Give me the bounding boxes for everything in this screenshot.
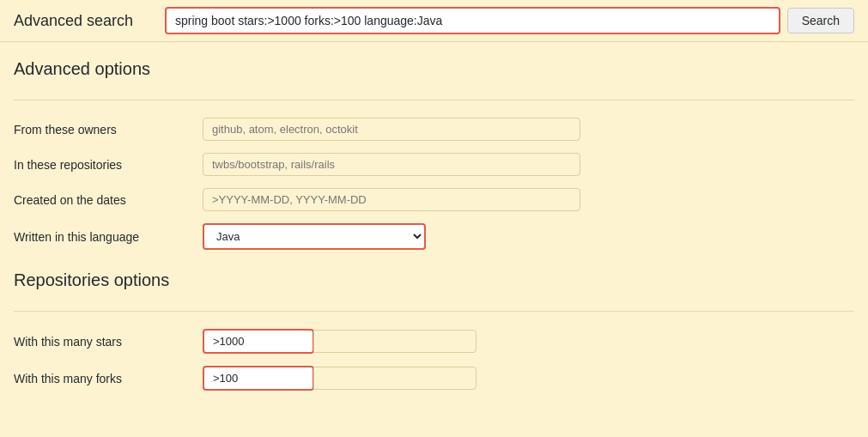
search-bar-container: Search [165, 7, 854, 34]
dates-input[interactable] [203, 188, 580, 211]
forks-input-right[interactable] [313, 367, 476, 390]
stars-input-group [203, 329, 476, 354]
main-search-input[interactable] [165, 7, 780, 34]
owners-input[interactable] [203, 118, 580, 141]
advanced-options-section: Advanced options From these owners In th… [14, 59, 854, 250]
forks-row: With this many forks [14, 366, 854, 391]
language-select[interactable]: Any language Java JavaScript Python Ruby… [203, 223, 426, 250]
stars-input-right[interactable] [313, 330, 476, 353]
repositories-options-title: Repositories options [14, 270, 854, 297]
stars-input[interactable] [203, 329, 314, 354]
page-title: Advanced search [14, 12, 151, 30]
language-row: Written in this language Any language Ja… [14, 223, 854, 250]
main-content: Advanced options From these owners In th… [0, 42, 868, 428]
forks-input-group [203, 366, 476, 391]
page-container: Advanced search Search Advanced options … [0, 0, 868, 428]
header: Advanced search Search [0, 0, 868, 42]
advanced-options-divider [14, 100, 854, 100]
repositories-label: In these repositories [14, 158, 203, 172]
repositories-options-section: Repositories options With this many star… [14, 270, 854, 391]
repositories-row: In these repositories [14, 153, 854, 176]
forks-label: With this many forks [14, 372, 203, 385]
dates-label: Created on the dates [14, 193, 203, 207]
dates-row: Created on the dates [14, 188, 854, 211]
repositories-options-divider [14, 311, 854, 312]
language-label: Written in this language [14, 230, 203, 244]
owners-row: From these owners [14, 118, 854, 141]
forks-input[interactable] [203, 366, 314, 391]
advanced-options-title: Advanced options [14, 59, 854, 86]
stars-label: With this many stars [14, 335, 203, 349]
search-button[interactable]: Search [787, 8, 854, 33]
stars-row: With this many stars [14, 329, 854, 354]
repositories-input[interactable] [203, 153, 580, 176]
owners-label: From these owners [14, 123, 203, 137]
